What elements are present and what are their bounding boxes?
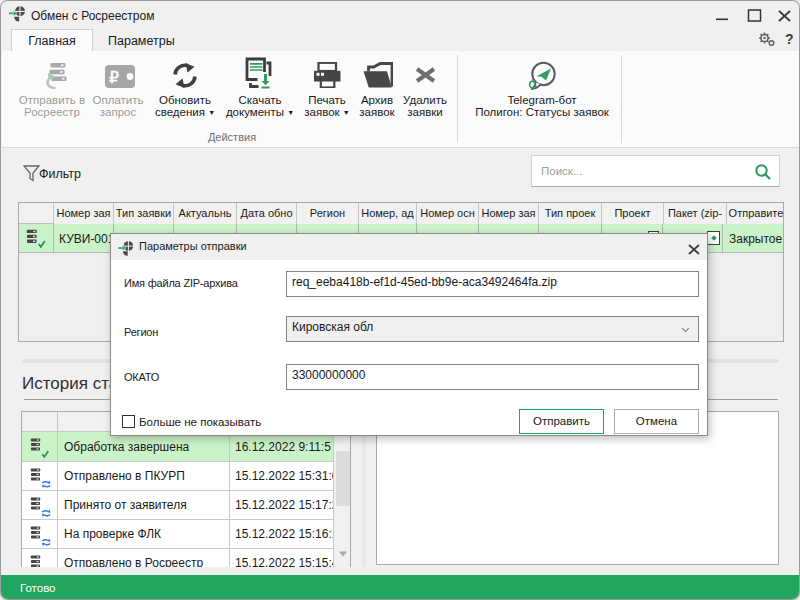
svg-text:₽: ₽ xyxy=(109,69,119,86)
